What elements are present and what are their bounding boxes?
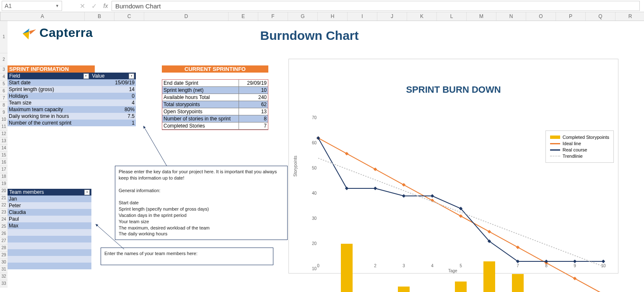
svg-rect-18 <box>374 187 377 190</box>
row-header[interactable]: 10 <box>0 116 8 123</box>
col-header[interactable]: N <box>496 12 526 21</box>
cancel-formula-icon: ✕ <box>76 2 88 10</box>
row-header[interactable]: 20 <box>0 188 8 195</box>
sprint-info-field[interactable]: Daily working time in hours <box>8 113 91 120</box>
row-header[interactable]: 32 <box>0 273 8 280</box>
row-header[interactable]: 25 <box>0 223 8 230</box>
col-header[interactable]: M <box>467 12 496 21</box>
team-member-cell[interactable]: Max <box>8 222 91 229</box>
row-header[interactable]: 13 <box>0 138 8 145</box>
col-header[interactable]: E <box>229 12 258 21</box>
row-header[interactable]: 18 <box>0 173 8 180</box>
name-box[interactable]: A1 ▼ <box>2 1 62 11</box>
logo-text: Capterra <box>39 26 93 40</box>
sprint-info-value[interactable]: 7.5 <box>91 113 136 120</box>
svg-rect-14 <box>573 277 576 280</box>
row-header[interactable]: 2 <box>0 53 8 66</box>
sprint-info-field[interactable]: Sprint length (gross) <box>8 86 91 93</box>
sprint-info-value[interactable]: 0 <box>91 93 136 99</box>
team-member-cell[interactable]: Jan <box>8 196 91 202</box>
col-header[interactable]: H <box>318 12 348 21</box>
team-member-cell[interactable] <box>8 263 91 269</box>
row-header[interactable]: 22 <box>0 202 8 209</box>
sprint-info-field[interactable]: Number of the current sprint <box>8 120 91 126</box>
sheet[interactable]: Capterra Burndown Chart SPRINT INFORMATI… <box>8 21 644 292</box>
current-value: 13 <box>239 108 268 115</box>
row-header[interactable]: 7 <box>0 95 8 102</box>
filter-icon[interactable]: ▾ <box>83 73 89 79</box>
col-header[interactable]: L <box>437 12 467 21</box>
row-header[interactable]: 11 <box>0 123 8 130</box>
col-header[interactable]: P <box>556 12 586 21</box>
sprint-info-value[interactable]: 1 <box>91 120 136 126</box>
row-header[interactable]: 28 <box>0 245 8 252</box>
team-member-cell[interactable] <box>8 242 91 249</box>
svg-rect-19 <box>402 194 405 198</box>
row-header[interactable]: 1 <box>0 21 8 53</box>
chart[interactable]: SPRINT BURN DOWN Storypoints Tage 010203… <box>288 59 618 274</box>
fx-icon[interactable]: fx <box>100 3 112 9</box>
row-header[interactable]: 30 <box>0 259 8 266</box>
team-member-cell[interactable]: Paul <box>8 216 91 222</box>
row-header[interactable]: 27 <box>0 237 8 245</box>
team-member-cell[interactable]: Peter <box>8 202 91 209</box>
team-member-cell[interactable] <box>8 256 91 263</box>
row-header[interactable]: 8 <box>0 102 8 109</box>
sprint-info-value[interactable]: 15/09/19 <box>91 79 136 86</box>
row-header[interactable]: 15 <box>0 152 8 159</box>
sprint-info-table: SPRINT INFORMATION Field ▾ Value ▾ Start… <box>8 65 136 126</box>
col-header[interactable]: R <box>615 12 644 21</box>
row-header[interactable]: 31 <box>0 266 8 273</box>
sprint-info-field[interactable]: Maximum team capacity <box>8 106 91 113</box>
current-field: Open Storypoints <box>162 108 239 115</box>
col-header[interactable]: Q <box>586 12 615 21</box>
chevron-down-icon[interactable]: ▼ <box>55 4 59 8</box>
sheet-body: 1234567891011121314151617181920212223242… <box>0 21 644 292</box>
row-header[interactable]: 19 <box>0 180 8 188</box>
col-header[interactable]: D <box>144 12 229 21</box>
row-header[interactable]: 29 <box>0 252 8 259</box>
sprint-info-value[interactable]: 4 <box>91 99 136 106</box>
col-header[interactable]: I <box>348 12 377 21</box>
row-header[interactable]: 4 <box>0 73 8 81</box>
row-header[interactable]: 9 <box>0 109 8 116</box>
filter-icon[interactable]: ▾ <box>84 190 90 195</box>
row-header[interactable]: 6 <box>0 88 8 95</box>
col-header[interactable]: K <box>407 12 437 21</box>
row-header[interactable]: 17 <box>0 166 8 173</box>
col-header[interactable]: O <box>526 12 556 21</box>
team-member-cell[interactable] <box>8 236 91 242</box>
row-header[interactable]: 12 <box>0 130 8 138</box>
team-member-cell[interactable]: Claudia <box>8 209 91 216</box>
formula-input[interactable]: Burndown Chart <box>112 1 640 11</box>
team-member-cell[interactable] <box>8 229 91 236</box>
row-header[interactable]: 21 <box>0 195 8 202</box>
row-header[interactable]: 33 <box>0 280 8 287</box>
sprint-info-field-col[interactable]: Field ▾ <box>8 73 91 79</box>
team-member-cell[interactable] <box>8 249 91 256</box>
row-header[interactable]: 23 <box>0 209 8 216</box>
row-header[interactable]: 14 <box>0 145 8 152</box>
col-header[interactable]: A <box>0 12 85 21</box>
row-header[interactable]: 16 <box>0 159 8 166</box>
current-field: Available hours Total <box>162 94 239 101</box>
row-header[interactable]: 24 <box>0 216 8 223</box>
sprint-info-field[interactable]: Start date <box>8 79 91 86</box>
team-header[interactable]: Team members ▾ <box>8 189 91 196</box>
col-header[interactable]: G <box>288 12 318 21</box>
row-header[interactable]: 3 <box>0 66 8 73</box>
row-header[interactable]: 5 <box>0 81 8 88</box>
row-header[interactable]: 26 <box>0 230 8 237</box>
col-header[interactable]: J <box>377 12 407 21</box>
filter-icon[interactable]: ▾ <box>129 73 134 79</box>
bar <box>455 282 467 292</box>
sprint-info-field[interactable]: Holidays <box>8 93 91 99</box>
col-header[interactable]: F <box>258 12 288 21</box>
col-header[interactable]: C <box>114 12 144 21</box>
sprint-info-value[interactable]: 80% <box>91 106 136 113</box>
sprint-info-value-col[interactable]: Value ▾ <box>91 73 136 79</box>
bar <box>341 244 353 292</box>
sprint-info-value[interactable]: 14 <box>91 86 136 93</box>
col-header[interactable]: B <box>85 12 114 21</box>
sprint-info-field[interactable]: Team size <box>8 99 91 106</box>
